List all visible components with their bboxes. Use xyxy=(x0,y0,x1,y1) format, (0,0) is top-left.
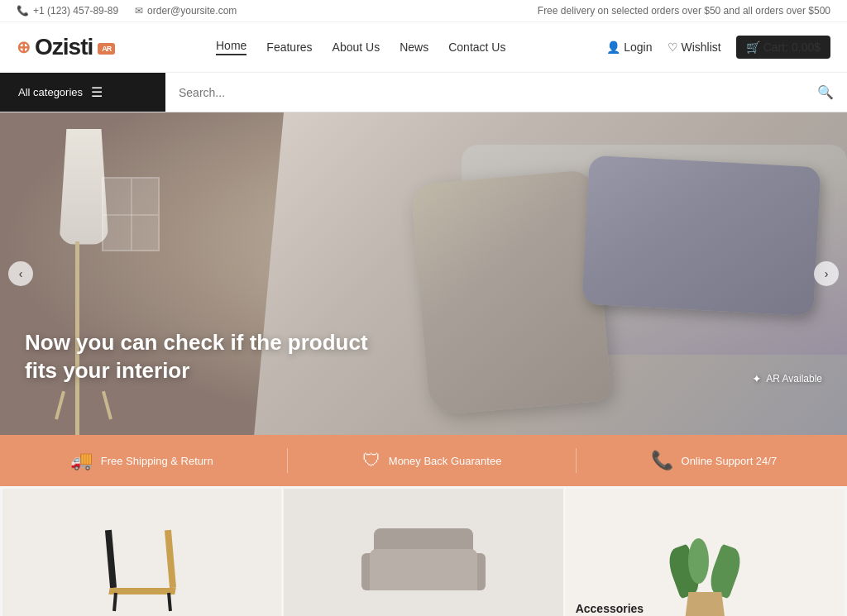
support-icon: 📞 xyxy=(651,450,673,471)
plant-pot xyxy=(684,592,725,616)
sofa-body xyxy=(370,549,477,590)
sofa-mini-visual xyxy=(361,516,486,599)
nav-news[interactable]: News xyxy=(400,41,428,54)
money-back-label: Money Back Guarantee xyxy=(389,455,502,467)
shipping-icon: 🚚 xyxy=(70,450,93,471)
lamp-leg-left xyxy=(55,390,66,419)
nav-about[interactable]: About Us xyxy=(333,41,380,54)
nav-cart[interactable]: 🛒 Cart: 0.00$ xyxy=(736,36,830,59)
nav-login[interactable]: 👤 Login xyxy=(606,41,652,54)
hero-prev-button[interactable]: ‹ xyxy=(8,261,33,286)
search-input[interactable] xyxy=(179,74,817,111)
login-label: Login xyxy=(624,41,652,54)
cart-icon: 🛒 xyxy=(746,41,760,54)
nav-wishlist[interactable]: ♡ Wishlist xyxy=(668,41,721,54)
hero-headline: Now you can check if the product fits yo… xyxy=(25,329,368,385)
hero-headline-line2: fits your interior xyxy=(25,358,189,383)
hero-text: Now you can check if the product fits yo… xyxy=(25,329,368,385)
pillow-right xyxy=(582,155,821,315)
sofa-area xyxy=(254,112,847,435)
chair-back2 xyxy=(165,529,176,587)
feature-divider-2 xyxy=(576,448,577,473)
top-bar: 📞 +1 (123) 457-89-89 ✉ order@yoursite.co… xyxy=(0,0,847,22)
plant-leaf-3 xyxy=(688,538,709,584)
sofa-background xyxy=(284,489,562,616)
plant-background xyxy=(566,489,845,616)
hamburger-icon: ☰ xyxy=(91,84,103,100)
search-bar: All categories ☰ 🔍 xyxy=(0,73,847,112)
all-categories-label: All categories xyxy=(18,86,83,98)
feature-support: 📞 Online Support 24/7 xyxy=(651,450,778,471)
nav-features[interactable]: Features xyxy=(266,41,312,54)
email-icon: ✉ xyxy=(135,5,143,17)
logo-text: Ozisti xyxy=(35,34,93,60)
plant-visual xyxy=(663,518,746,616)
feature-money-back: 🛡 Money Back Guarantee xyxy=(362,450,502,471)
login-icon: 👤 xyxy=(606,41,620,54)
hero-banner: ‹ › Now you can check if the product fit… xyxy=(0,112,847,435)
lamp-leg-right xyxy=(102,390,112,419)
feature-shipping: 🚚 Free Shipping & Return xyxy=(70,450,213,471)
promo-text: Free delivery on selected orders over $5… xyxy=(538,5,830,17)
wishlist-label: Wishlist xyxy=(682,41,721,54)
hero-next-button[interactable]: › xyxy=(814,261,839,286)
email-info: ✉ order@yoursite.com xyxy=(135,5,237,17)
logo[interactable]: ⊕ Ozisti AR xyxy=(17,34,115,60)
chair-back xyxy=(105,529,117,587)
product-grid: Accessories xyxy=(0,486,847,616)
all-categories-button[interactable]: All categories ☰ xyxy=(0,73,165,112)
product-card-plant[interactable]: Accessories xyxy=(566,489,845,616)
product-label-accessories: Accessories xyxy=(576,602,644,615)
chair-leg2 xyxy=(167,592,172,610)
ar-badge-icon: ✦ xyxy=(752,372,762,385)
phone-icon: 📞 xyxy=(17,5,29,17)
nav-right: 👤 Login ♡ Wishlist 🛒 Cart: 0.00$ xyxy=(606,36,830,59)
top-bar-contact: 📞 +1 (123) 457-89-89 ✉ order@yoursite.co… xyxy=(17,5,237,17)
product-card-chair[interactable] xyxy=(2,489,281,616)
logo-ar-badge: AR xyxy=(98,43,115,55)
money-back-icon: 🛡 xyxy=(362,450,380,471)
heart-icon: ♡ xyxy=(668,41,678,54)
shipping-label: Free Shipping & Return xyxy=(101,455,213,467)
cart-label: Cart: 0.00$ xyxy=(763,41,821,54)
phone-number: +1 (123) 457-89-89 xyxy=(33,5,118,17)
window-light-effect xyxy=(102,177,160,251)
features-bar: 🚚 Free Shipping & Return 🛡 Money Back Gu… xyxy=(0,435,847,486)
pillow-large xyxy=(410,170,612,416)
chair-background xyxy=(2,489,281,616)
chair-leg1 xyxy=(112,592,117,610)
right-arrow-icon: › xyxy=(825,267,829,280)
product-card-sofa[interactable] xyxy=(284,489,562,616)
nav-home[interactable]: Home xyxy=(216,39,246,55)
ar-badge-label: AR Available xyxy=(766,373,822,384)
feature-divider-1 xyxy=(287,448,288,473)
plant-leaf-2 xyxy=(706,544,746,599)
ar-badge: ✦ AR Available xyxy=(752,372,822,385)
support-label: Online Support 24/7 xyxy=(682,455,778,467)
lamp-decoration xyxy=(50,112,117,435)
chair-seat xyxy=(108,588,175,595)
logo-icon: ⊕ xyxy=(17,37,30,57)
search-icon[interactable]: 🔍 xyxy=(817,84,834,100)
lamp-legs xyxy=(50,386,117,419)
chair-visual xyxy=(93,504,192,611)
search-input-wrapper: 🔍 xyxy=(165,74,847,111)
left-arrow-icon: ‹ xyxy=(19,267,23,280)
phone-info: 📞 +1 (123) 457-89-89 xyxy=(17,5,118,17)
main-nav: Home Features About Us News Contact Us xyxy=(216,39,505,55)
email-address: order@yoursite.com xyxy=(147,5,237,17)
hero-headline-line1: Now you can check if the product xyxy=(25,330,368,355)
nav-contact[interactable]: Contact Us xyxy=(448,41,505,54)
header: ⊕ Ozisti AR Home Features About Us News … xyxy=(0,22,847,73)
